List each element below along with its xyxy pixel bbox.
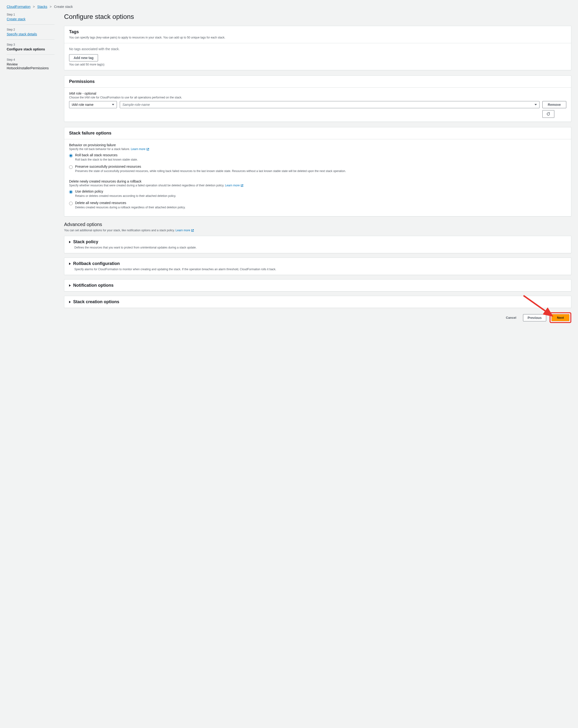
external-link-icon [146, 148, 149, 151]
cancel-button[interactable]: Cancel [502, 314, 520, 321]
caret-right-icon [69, 241, 71, 243]
permissions-title: Permissions [69, 79, 566, 84]
radio-rollback-all-desc: Roll back the stack to the last known st… [75, 157, 138, 162]
del-radio-group: Use deletion policy Retains or deletes c… [69, 189, 566, 210]
prov-failure-desc: Specify the roll back behavior for a sta… [69, 148, 566, 151]
caret-down-icon [112, 104, 114, 105]
next-button[interactable]: Next [551, 314, 570, 321]
radio-delete-all-desc: Deletes created resources during a rollb… [75, 205, 185, 210]
radio-delete-all[interactable]: Delete all newly created resources Delet… [69, 201, 566, 210]
external-link-icon [241, 184, 244, 187]
remove-role-button[interactable]: Remove [543, 101, 566, 108]
tags-title: Tags [69, 29, 566, 34]
expander-rollback-config[interactable]: Rollback configuration Specify alarms fo… [64, 258, 571, 275]
iam-role-name-select[interactable]: Sample-role-name [120, 101, 539, 108]
caret-right-icon [69, 263, 71, 265]
add-new-tag-button[interactable]: Add new tag [69, 54, 98, 61]
tags-panel: Tags You can specify tags (key-value pai… [64, 26, 571, 70]
step-4-label: Step 4 [7, 58, 54, 61]
expander-stack-policy-desc: Defines the resources that you want to p… [74, 245, 566, 250]
radio-delete-all-input[interactable] [69, 202, 73, 205]
iam-role-desc: Choose the IAM role for CloudFormation t… [69, 96, 566, 99]
caret-right-icon [69, 284, 71, 287]
step-3-current: Configure stack options [7, 47, 54, 51]
del-title: Delete newly created resources during a … [69, 179, 566, 183]
radio-use-policy-desc: Retains or deletes created resources acc… [75, 194, 176, 198]
previous-button[interactable]: Previous [523, 314, 546, 321]
radio-use-policy[interactable]: Use deletion policy Retains or deletes c… [69, 189, 566, 198]
prov-failure-title: Behavior on provisioning failure [69, 143, 566, 147]
expander-creation-title: Stack creation options [73, 300, 119, 304]
iam-role-label: IAM role - optional [69, 92, 566, 95]
del-learn-more-link[interactable]: Learn more [225, 184, 244, 187]
caret-right-icon [69, 301, 71, 303]
radio-rollback-all[interactable]: Roll back all stack resources Roll back … [69, 153, 566, 162]
breadcrumb: CloudFormation > Stacks > Create stack [7, 5, 571, 8]
step-1-label: Step 1 [7, 13, 54, 16]
radio-preserve-input[interactable] [69, 165, 73, 169]
page-title: Configure stack options [64, 13, 571, 21]
prov-radio-group: Roll back all stack resources Roll back … [69, 153, 566, 173]
tags-limit: You can add 50 more tag(s) [69, 63, 566, 66]
radio-use-policy-label: Use deletion policy [75, 189, 176, 193]
expander-rollback-title: Rollback configuration [73, 261, 120, 266]
radio-preserve-desc: Preserves the state of successfully prov… [75, 169, 346, 173]
iam-role-type-value: IAM role name [72, 103, 94, 107]
radio-preserve[interactable]: Preserve successfully provisioned resour… [69, 165, 566, 173]
del-desc: Specify whether resources that were crea… [69, 184, 566, 187]
step-4-title: Review HotsockInstallerPermissions [7, 62, 54, 70]
radio-rollback-all-input[interactable] [69, 154, 73, 157]
expander-stack-policy-title: Stack policy [73, 239, 98, 244]
advanced-learn-more-link[interactable]: Learn more [175, 229, 194, 232]
advanced-desc: You can set additional options for your … [64, 229, 571, 232]
chevron-right-icon: > [33, 5, 35, 8]
refresh-button[interactable] [543, 110, 554, 118]
advanced-title: Advanced options [64, 222, 571, 227]
prov-learn-more-link[interactable]: Learn more [131, 148, 149, 151]
permissions-panel: Permissions IAM role - optional Choose t… [64, 76, 571, 122]
breadcrumb-stacks[interactable]: Stacks [37, 5, 47, 8]
radio-use-policy-input[interactable] [69, 190, 73, 194]
radio-rollback-all-label: Roll back all stack resources [75, 153, 138, 157]
external-link-icon [191, 229, 194, 232]
step-2-label: Step 2 [7, 28, 54, 31]
step-1-link[interactable]: Create stack [7, 17, 26, 21]
radio-delete-all-label: Delete all newly created resources [75, 201, 185, 205]
tags-desc: You can specify tags (key-value pairs) t… [69, 35, 566, 40]
refresh-icon [547, 112, 550, 116]
expander-stack-creation-options[interactable]: Stack creation options [64, 296, 571, 308]
iam-role-type-select[interactable]: IAM role name [69, 101, 117, 108]
chevron-right-icon: > [50, 5, 52, 8]
wizard-footer: Cancel Previous Next [64, 312, 571, 323]
failure-panel: Stack failure options Behavior on provis… [64, 127, 571, 216]
breadcrumb-current: Create stack [54, 5, 73, 8]
radio-preserve-label: Preserve successfully provisioned resour… [75, 165, 346, 168]
failure-title: Stack failure options [69, 131, 566, 136]
expander-notification-title: Notification options [73, 283, 114, 288]
iam-role-name-placeholder: Sample-role-name [122, 103, 150, 107]
expander-rollback-desc: Specify alarms for CloudFormation to mon… [74, 267, 566, 271]
step-2-link[interactable]: Specify stack details [7, 32, 37, 36]
wizard-steps: Step 1 Create stack Step 2 Specify stack… [7, 13, 54, 323]
annotation-highlight: Next [550, 312, 571, 323]
step-3-label: Step 3 [7, 43, 54, 46]
breadcrumb-cloudformation[interactable]: CloudFormation [7, 5, 31, 8]
expander-notification-options[interactable]: Notification options [64, 279, 571, 291]
tags-empty: No tags associated with the stack. [69, 47, 566, 51]
caret-down-icon [534, 104, 537, 105]
expander-stack-policy[interactable]: Stack policy Defines the resources that … [64, 236, 571, 253]
